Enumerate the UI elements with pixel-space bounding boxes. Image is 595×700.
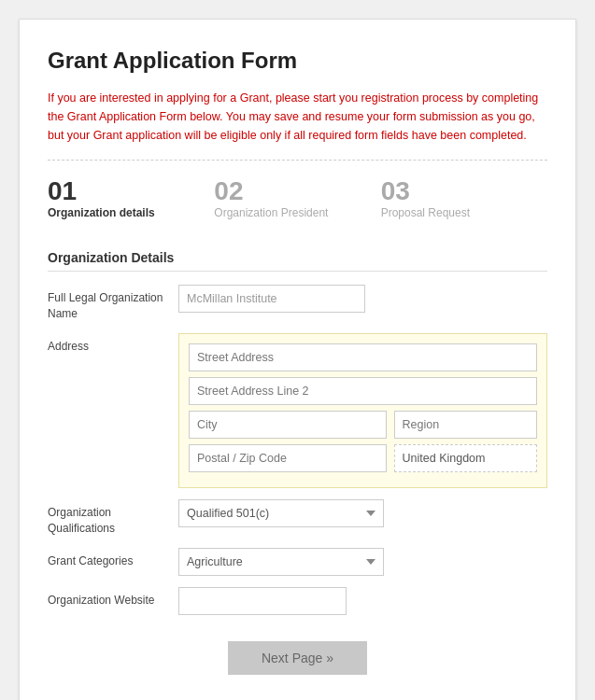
region-input[interactable] [394,411,537,439]
website-input[interactable] [178,587,347,615]
country-select[interactable]: United Kingdom United States Canada Aust… [394,444,537,472]
step-3: 03 Proposal Request [381,177,547,220]
step-2-number: 02 [214,177,380,206]
section-title: Organization Details [48,250,547,272]
website-fields [178,587,547,615]
address-row: Address United Kingdom United States Can… [48,333,547,488]
website-row: Organization Website [48,587,547,615]
qualifications-label: Organization Qualifications [48,499,178,537]
step-2: 02 Organization President [214,177,380,220]
intro-text: If you are interested in applying for a … [48,89,547,161]
org-name-fields [178,285,547,313]
page-title: Grant Application Form [48,48,547,74]
step-1: 01 Organization details [48,177,214,220]
website-label: Organization Website [48,587,178,609]
org-name-label: Full Legal Organization Name [48,285,178,322]
street-address-2-input[interactable] [189,377,537,405]
address-label: Address [48,333,178,355]
address-fields: United Kingdom United States Canada Aust… [178,333,547,488]
city-input[interactable] [189,411,387,439]
next-page-button[interactable]: Next Page » [228,641,367,675]
step-1-number: 01 [48,177,214,206]
step-2-label: Organization President [214,206,380,221]
grant-categories-row: Grant Categories Agriculture Education H… [48,548,547,576]
step-3-label: Proposal Request [381,206,547,221]
city-region-row [189,411,537,439]
org-name-row: Full Legal Organization Name [48,285,547,322]
step-1-label: Organization details [48,206,214,221]
page-container: Grant Application Form If you are intere… [19,19,576,700]
qualifications-row: Organization Qualifications Qualified 50… [48,499,547,537]
postal-input[interactable] [189,444,387,472]
grant-categories-select[interactable]: Agriculture Education Health Technology [178,548,384,576]
qualifications-select[interactable]: Qualified 501(c) Non-Profit Other [178,499,384,527]
next-btn-row: Next Page » [48,641,547,675]
grant-categories-label: Grant Categories [48,548,178,569]
step-3-number: 03 [381,177,547,206]
street-address-1-input[interactable] [189,343,537,371]
org-name-input[interactable] [178,285,365,313]
qualifications-fields: Qualified 501(c) Non-Profit Other [178,499,547,527]
grant-categories-fields: Agriculture Education Health Technology [178,548,547,576]
postal-country-row: United Kingdom United States Canada Aust… [189,444,537,478]
steps-row: 01 Organization details 02 Organization … [48,177,547,230]
